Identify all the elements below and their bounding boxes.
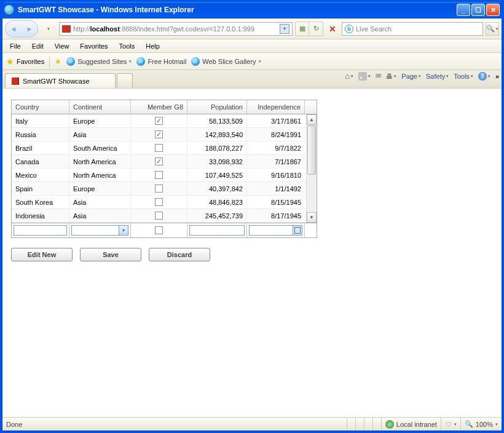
- checkbox-icon: [155, 212, 163, 220]
- toolbar-overflow[interactable]: »: [495, 73, 499, 80]
- edit-population-input[interactable]: [189, 225, 245, 236]
- nav-toolbar: ◄ ► ▾ http://localhost:8888/index.html?g…: [2, 18, 502, 39]
- compat-view-button[interactable]: ▦: [296, 22, 309, 36]
- zoom-control[interactable]: 🔍 100% ▾: [460, 418, 502, 431]
- back-button[interactable]: ◄: [6, 21, 22, 37]
- print-button[interactable]: 🖶▾: [386, 73, 396, 80]
- window-titlebar: SmartGWT Showcase - Windows Internet Exp…: [2, 2, 502, 18]
- forward-button[interactable]: ►: [22, 21, 37, 37]
- cell-population: 142,893,540: [187, 128, 247, 141]
- tab-bar: SmartGWT Showcase ⌂▾ ▾ ✉ 🖶▾ Page▾ Safety…: [2, 70, 502, 89]
- zoom-icon: 🔍: [465, 420, 473, 428]
- tab-favicon: [10, 77, 19, 85]
- cell-continent: Europe: [69, 182, 131, 195]
- menu-tools[interactable]: Tools: [114, 41, 140, 51]
- scroll-up-button[interactable]: ▲: [307, 114, 317, 125]
- table-row[interactable]: MexicoNorth America107,449,5259/16/1810: [12, 169, 306, 182]
- col-independence[interactable]: Independence: [247, 100, 305, 114]
- cell-continent: Asia: [69, 128, 131, 141]
- col-continent[interactable]: Continent: [69, 100, 131, 114]
- security-zone[interactable]: Local intranet: [381, 418, 441, 431]
- col-country[interactable]: Country: [12, 100, 69, 114]
- cell-independence: 8/24/1991: [247, 128, 305, 141]
- cell-population: 107,449,525: [187, 169, 247, 181]
- address-bar[interactable]: http://localhost:8888/index.html?gwt.cod…: [59, 22, 293, 36]
- cell-continent: North America: [69, 155, 131, 168]
- favorites-button[interactable]: ★ Favorites: [6, 57, 44, 66]
- checkbox-icon: [155, 198, 163, 206]
- stop-button[interactable]: ✕: [326, 22, 339, 36]
- cell-independence: 9/16/1810: [247, 169, 305, 181]
- cell-g8: [131, 196, 187, 209]
- table-row[interactable]: CanadaNorth America✓33,098,9327/1/1867: [12, 155, 306, 169]
- save-button[interactable]: Save: [80, 248, 141, 261]
- close-button[interactable]: ✕: [486, 4, 500, 16]
- cell-country: Russia: [12, 128, 69, 141]
- table-row[interactable]: IndonesiaAsia245,452,7398/17/1945: [12, 209, 306, 223]
- ie-mini-icon: [136, 57, 145, 66]
- nav-history-dropdown[interactable]: ▾: [41, 21, 57, 37]
- search-placeholder: Live Search: [356, 25, 392, 33]
- page-menu[interactable]: Page▾: [401, 73, 421, 80]
- menu-favorites[interactable]: Favorites: [75, 41, 112, 51]
- table-row[interactable]: SpainEurope40,397,8421/1/1492: [12, 182, 306, 196]
- edit-new-button[interactable]: Edit New: [11, 248, 73, 261]
- favorites-bar: ★ Favorites ★ Suggested Sites ▾ Free Hot…: [2, 53, 502, 70]
- checkbox-icon: ✓: [155, 157, 163, 165]
- minimize-button[interactable]: _: [457, 4, 470, 16]
- col-population[interactable]: Population: [187, 100, 247, 114]
- checkbox-icon: [155, 185, 163, 193]
- home-button[interactable]: ⌂▾: [345, 71, 353, 81]
- cell-g8: ✓: [131, 155, 187, 168]
- protected-mode[interactable]: 🛡▾: [441, 418, 460, 431]
- cell-country: Canada: [12, 155, 69, 168]
- window-title: SmartGWT Showcase - Windows Internet Exp…: [18, 6, 457, 14]
- url-dropdown[interactable]: ▾: [280, 24, 289, 34]
- menu-edit[interactable]: Edit: [27, 41, 49, 51]
- data-grid: Country Continent Member G8 Population I…: [11, 100, 317, 238]
- table-row[interactable]: ItalyEurope✓58,133,5093/17/1861: [12, 114, 306, 128]
- menu-help[interactable]: Help: [141, 41, 165, 51]
- tab-smartgwt-showcase[interactable]: SmartGWT Showcase: [5, 73, 116, 88]
- edit-country-input[interactable]: [14, 225, 67, 236]
- checkbox-icon: ✓: [155, 130, 163, 138]
- page-icon: [62, 25, 71, 33]
- scroll-thumb[interactable]: [307, 125, 316, 175]
- help-icon: ?: [478, 72, 487, 81]
- maximize-button[interactable]: ☐: [471, 4, 485, 16]
- table-row[interactable]: BrazilSouth America188,078,2279/7/1822: [12, 141, 306, 155]
- table-row[interactable]: South KoreaAsia48,846,8238/15/1945: [12, 196, 306, 209]
- help-button[interactable]: ?▾: [478, 72, 490, 81]
- cell-population: 40,397,842: [187, 182, 247, 195]
- refresh-button[interactable]: ↻: [309, 22, 323, 36]
- url-text: http://localhost:8888/index.html?gwt.cod…: [73, 25, 277, 33]
- edit-g8-checkbox[interactable]: [155, 226, 163, 234]
- edit-independence-date[interactable]: [249, 225, 302, 236]
- tools-menu[interactable]: Tools▾: [454, 73, 473, 80]
- checkbox-icon: ✓: [155, 117, 163, 125]
- scroll-down-button[interactable]: ▼: [307, 212, 317, 223]
- safety-menu[interactable]: Safety▾: [426, 73, 449, 80]
- globe-icon: [385, 420, 394, 429]
- add-favorite-icon[interactable]: ★: [55, 57, 61, 66]
- cell-g8: [131, 141, 187, 154]
- menu-file[interactable]: File: [5, 41, 26, 51]
- grid-scrollbar[interactable]: ▲ ▼: [306, 114, 317, 223]
- edit-continent-select[interactable]: ▾: [71, 225, 128, 236]
- bing-icon: b: [345, 25, 353, 33]
- new-tab-button[interactable]: [117, 73, 133, 88]
- discard-button[interactable]: Discard: [149, 248, 210, 261]
- free-hotmail-link[interactable]: Free Hotmail: [136, 57, 186, 66]
- cell-country: Brazil: [12, 141, 69, 154]
- search-box[interactable]: b Live Search: [342, 22, 483, 36]
- grid-edit-row: ▾: [12, 223, 317, 237]
- read-mail-button[interactable]: ✉: [376, 72, 381, 80]
- search-go-button[interactable]: 🔍▾: [486, 22, 499, 36]
- web-slice-gallery-link[interactable]: Web Slice Gallery ▾: [191, 57, 261, 66]
- suggested-sites-link[interactable]: Suggested Sites ▾: [66, 57, 132, 66]
- table-row[interactable]: RussiaAsia✓142,893,5408/24/1991: [12, 128, 306, 141]
- col-member-g8[interactable]: Member G8: [131, 100, 187, 114]
- menu-view[interactable]: View: [50, 41, 74, 51]
- feeds-button[interactable]: ▾: [358, 72, 371, 81]
- cell-country: Italy: [12, 114, 69, 127]
